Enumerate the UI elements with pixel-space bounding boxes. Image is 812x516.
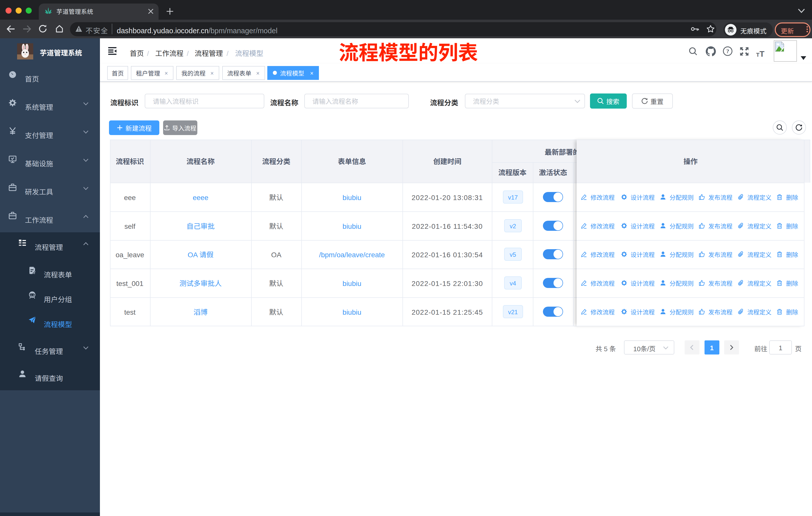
svg-text:?: ? [726, 48, 729, 54]
